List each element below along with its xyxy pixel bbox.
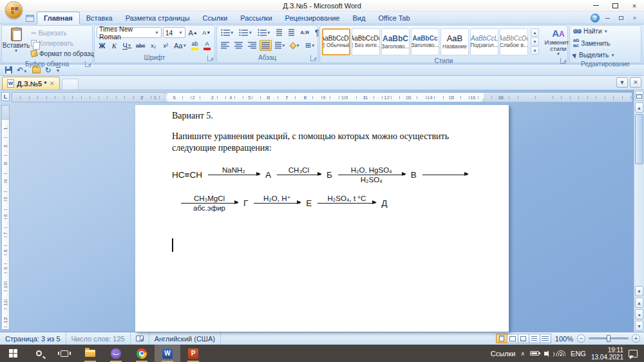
web-layout-view-button[interactable] bbox=[518, 334, 529, 343]
superscript-button[interactable]: x² bbox=[160, 40, 171, 51]
styles-dialog-launcher[interactable]: ◢ bbox=[560, 58, 566, 64]
zoom-in-button[interactable]: + bbox=[632, 334, 640, 343]
font-family-select[interactable]: Times New Roman▼ bbox=[97, 27, 162, 38]
new-tab-button[interactable] bbox=[62, 79, 79, 90]
copy-button[interactable]: Копировать bbox=[31, 39, 97, 48]
next-page-button[interactable]: ▼ bbox=[635, 321, 643, 331]
select-button[interactable]: Выделить ▼ bbox=[573, 52, 615, 59]
style-subtle-emphasis[interactable]: AaBbCcDc Слабое в... bbox=[500, 28, 528, 55]
document-tab[interactable]: W Д.З.№5 * ✕ bbox=[2, 77, 60, 90]
print-layout-view-button[interactable] bbox=[496, 334, 507, 343]
font-color-button[interactable]: А bbox=[202, 40, 213, 51]
italic-button[interactable]: К bbox=[109, 40, 120, 51]
multilevel-list-button[interactable]: ▼ bbox=[256, 27, 272, 38]
borders-button[interactable]: ⊞▼ bbox=[303, 40, 317, 51]
tab-review[interactable]: Рецензирование bbox=[279, 12, 346, 24]
paste-dropdown-icon[interactable]: ▼ bbox=[14, 49, 18, 53]
spellcheck-status[interactable] bbox=[131, 332, 149, 345]
decrease-indent-button[interactable] bbox=[274, 27, 285, 38]
font-dialog-launcher[interactable]: ◢ bbox=[207, 55, 213, 61]
search-button[interactable] bbox=[26, 345, 52, 362]
zoom-out-button[interactable]: − bbox=[577, 334, 585, 343]
strikethrough-button[interactable]: abc bbox=[135, 40, 147, 51]
powerpoint-taskbar-button[interactable]: P bbox=[180, 345, 206, 362]
shrink-font-button[interactable]: A▼ bbox=[200, 27, 213, 38]
scroll-up-button[interactable]: ▲ bbox=[635, 102, 643, 113]
clipboard-dialog-launcher[interactable]: ◢ bbox=[85, 61, 91, 67]
cut-button[interactable]: ✂ Вырезать bbox=[31, 28, 97, 37]
highlight-button[interactable]: ab bbox=[189, 40, 200, 51]
tab-page-layout[interactable]: Разметка страницы bbox=[119, 12, 196, 24]
ribbon-minimize-button[interactable] bbox=[602, 14, 613, 23]
word-taskbar-button[interactable]: W bbox=[155, 345, 180, 362]
task-view-button[interactable] bbox=[52, 345, 77, 362]
increase-indent-button[interactable] bbox=[286, 27, 297, 38]
shading-button[interactable]: ▼ bbox=[289, 40, 301, 51]
previous-page-button[interactable]: ▲ bbox=[635, 298, 643, 308]
input-language-indicator[interactable]: ENG bbox=[571, 350, 586, 357]
scrollbar-thumb[interactable] bbox=[635, 114, 643, 164]
tab-home[interactable]: Главная bbox=[37, 12, 80, 24]
select-browse-object-button[interactable]: ● bbox=[635, 309, 643, 319]
first-line-indent-marker[interactable]: ▽ bbox=[164, 93, 167, 97]
tab-list-dropdown-button[interactable]: ▼ bbox=[616, 77, 628, 88]
ribbon-restore-button[interactable] bbox=[616, 14, 627, 23]
save-button[interactable] bbox=[5, 66, 12, 73]
hanging-indent-marker[interactable]: △ bbox=[164, 97, 167, 102]
style-subtitle[interactable]: AaBbCcL Подзагол... bbox=[470, 28, 498, 55]
wifi-icon[interactable] bbox=[556, 350, 565, 356]
document-window-icon[interactable] bbox=[26, 15, 34, 22]
scroll-down-button[interactable]: ▼ bbox=[635, 286, 643, 296]
paste-button[interactable]: Вставить ▼ bbox=[4, 27, 28, 53]
style-no-spacing[interactable]: AaBbCcDc ¶ Без инте... bbox=[352, 28, 380, 55]
tab-references[interactable]: Ссылки bbox=[196, 12, 234, 24]
tab-mailings[interactable]: Рассылки bbox=[234, 12, 278, 24]
vertical-scrollbar[interactable]: ▲ ▼ ▲ ● ▼ bbox=[634, 90, 644, 332]
format-painter-button[interactable]: Формат по образцу bbox=[31, 49, 97, 58]
tab-office-tab[interactable]: Office Tab bbox=[372, 12, 416, 24]
battery-icon[interactable] bbox=[530, 351, 539, 356]
style-heading1[interactable]: AaBbC Заголово... bbox=[381, 28, 410, 55]
open-button[interactable] bbox=[32, 67, 41, 73]
zoom-level[interactable]: 100% bbox=[555, 335, 573, 343]
styles-scroll-down[interactable]: ▼ bbox=[531, 37, 539, 46]
ribbon-close-button[interactable]: × bbox=[629, 14, 640, 23]
sort-button[interactable]: А↓Я bbox=[298, 27, 310, 38]
tab-bar-close-button[interactable]: ✕ bbox=[630, 77, 641, 88]
links-toolbar[interactable]: Ссылки bbox=[491, 350, 516, 357]
change-case-button[interactable]: Аа▼ bbox=[173, 40, 188, 51]
underline-button[interactable]: Ч▼ bbox=[121, 40, 133, 51]
align-left-button[interactable] bbox=[219, 40, 231, 51]
outline-view-button[interactable] bbox=[529, 334, 540, 343]
tab-stop-selector[interactable]: L bbox=[1, 92, 10, 101]
replace-button[interactable]: abac Заменить bbox=[573, 38, 615, 48]
styles-gallery-expand[interactable]: ▼ bbox=[531, 46, 539, 55]
style-heading2[interactable]: AaBbCc Заголово... bbox=[411, 28, 439, 55]
styles-scroll-up[interactable]: ▲ bbox=[531, 28, 539, 37]
align-right-button[interactable] bbox=[246, 40, 258, 51]
page-number-indicator[interactable]: Страница: 3 из 5 bbox=[0, 332, 66, 345]
chrome-button[interactable] bbox=[129, 345, 155, 362]
right-indent-marker[interactable]: △ bbox=[482, 97, 485, 102]
language-indicator[interactable]: Английский (США) bbox=[149, 332, 221, 345]
fullscreen-reading-view-button[interactable] bbox=[507, 334, 518, 343]
numbering-button[interactable]: ▼ bbox=[237, 27, 254, 38]
tab-view[interactable]: Вид bbox=[346, 12, 372, 24]
draft-view-button[interactable] bbox=[540, 334, 551, 343]
clock[interactable]: 19:11 13.04.2021 bbox=[591, 347, 623, 361]
zoom-slider-thumb[interactable] bbox=[607, 335, 611, 342]
hidden-icons-chevron[interactable]: ∧ bbox=[521, 350, 526, 357]
document-page[interactable]: Вариант 5. Напишите уравнения реакций, с… bbox=[135, 105, 509, 332]
line-spacing-button[interactable]: ▼ bbox=[273, 40, 287, 51]
justify-button[interactable] bbox=[260, 40, 272, 51]
file-explorer-button[interactable] bbox=[77, 345, 103, 362]
style-normal[interactable]: AaBbCcDc ¶ Обычный bbox=[322, 28, 350, 55]
grow-font-button[interactable]: A▲ bbox=[187, 27, 200, 38]
viber-button[interactable] bbox=[103, 345, 129, 362]
tab-close-icon[interactable]: ✕ bbox=[50, 80, 55, 87]
office-button[interactable] bbox=[5, 1, 23, 19]
word-count-indicator[interactable]: Число слов: 125 bbox=[66, 332, 131, 345]
action-center-icon[interactable] bbox=[629, 350, 638, 357]
paragraph-dialog-launcher[interactable]: ◢ bbox=[310, 55, 316, 61]
font-size-select[interactable]: 14▼ bbox=[163, 27, 185, 38]
